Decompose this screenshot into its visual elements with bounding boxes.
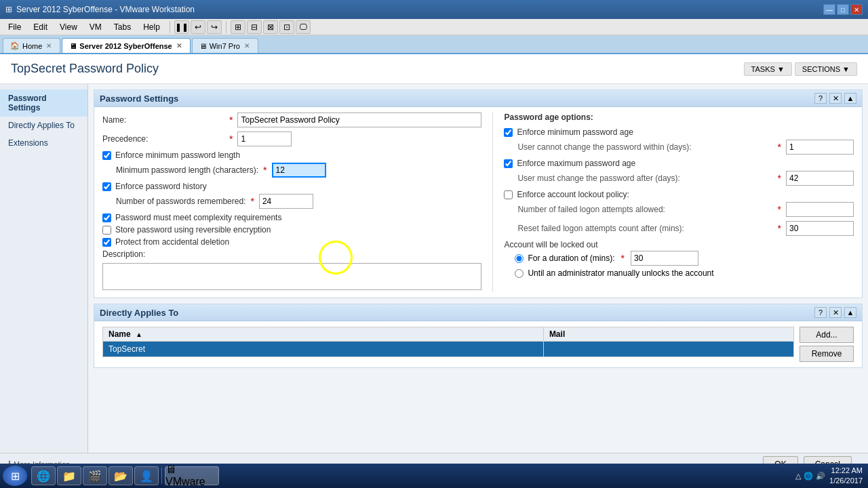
reversible-row: Store password using reversible encrypti…: [102, 225, 481, 235]
sidebar-item-password-settings[interactable]: Password Settings: [0, 89, 87, 117]
systray-volume[interactable]: 🔊: [816, 472, 825, 481]
table-row[interactable]: TopSecret: [103, 342, 794, 357]
tasks-btn[interactable]: TASKS ▼: [744, 62, 792, 76]
enforce-min-age-checkbox[interactable]: [504, 128, 513, 137]
menu-help[interactable]: Help: [138, 21, 165, 33]
history-required: *: [250, 196, 254, 207]
reversible-label[interactable]: Store password using reversible encrypti…: [115, 225, 271, 235]
max-age-row: User must change the password after (day…: [517, 171, 854, 186]
toolbar-vm1[interactable]: ⊞: [231, 20, 245, 34]
collapse-section-btn[interactable]: ▲: [844, 93, 856, 104]
protect-label[interactable]: Protect from accidental deletion: [115, 237, 229, 247]
taskbar-user[interactable]: 👤: [134, 466, 159, 485]
toolbar-vm4[interactable]: ⊡: [279, 20, 294, 34]
menu-tabs[interactable]: Tabs: [108, 21, 136, 33]
enforce-max-age-label[interactable]: Enforce maximum password age: [517, 159, 635, 168]
taskbar-ie[interactable]: 🌐: [31, 466, 56, 485]
complexity-label[interactable]: Password must meet complexity requiremen…: [115, 213, 281, 222]
directly-applies-collapse[interactable]: ▲: [844, 307, 856, 318]
enforce-max-age-checkbox[interactable]: [504, 159, 513, 168]
failed-logon-input[interactable]: [786, 202, 854, 217]
menu-edit[interactable]: Edit: [28, 21, 53, 33]
taskbar-folder[interactable]: 📂: [108, 466, 133, 485]
taskbar: ⊞ 🌐 📁 🎬 📂 👤 🖥 VMware △ 🌐 🔊 12:22 AM1/26/…: [0, 464, 868, 488]
systray-network[interactable]: 🌐: [804, 472, 813, 481]
systray-arrow[interactable]: △: [795, 472, 801, 481]
col-name[interactable]: Name ▲: [103, 327, 544, 342]
history-input[interactable]: [259, 194, 313, 209]
precedence-input[interactable]: [237, 131, 292, 146]
min-length-row: Minimum password length (characters): *: [116, 163, 481, 178]
sidebar-item-extensions[interactable]: Extensions: [0, 134, 87, 152]
taskbar-explorer[interactable]: 📁: [57, 466, 81, 485]
start-button[interactable]: ⊞: [3, 466, 27, 486]
maximize-btn[interactable]: □: [837, 4, 849, 15]
sections-btn[interactable]: SECTIONS ▼: [795, 62, 857, 76]
max-age-input[interactable]: [786, 171, 854, 186]
enforce-history-checkbox[interactable]: [102, 182, 111, 191]
complexity-checkbox[interactable]: [102, 214, 111, 222]
minimize-btn[interactable]: —: [823, 4, 835, 15]
tab-server-close[interactable]: ✕: [175, 42, 183, 49]
password-settings-body: Name: * Precedence: *: [94, 107, 862, 298]
reset-after-input[interactable]: [786, 221, 854, 236]
main-content: Password Settings Directly Applies To Ex…: [0, 84, 868, 453]
tab-home[interactable]: 🏠 Home ✕: [3, 38, 60, 53]
toolbar-redo[interactable]: ↪: [207, 20, 222, 34]
toolbar-pause[interactable]: ❚❚: [174, 20, 189, 34]
page-header: TopSecret Password Policy TASKS ▼ SECTIO…: [0, 54, 868, 84]
enforce-history-row: Enforce password history: [102, 182, 481, 191]
action-buttons: Add... Remove: [794, 327, 854, 362]
close-section-btn[interactable]: ✕: [829, 93, 842, 104]
reset-after-row: Reset failed logon attempts count after …: [517, 221, 854, 236]
menu-file[interactable]: File: [3, 21, 26, 33]
history-row: Number of passwords remembered: *: [116, 194, 481, 209]
close-btn[interactable]: ✕: [850, 4, 863, 15]
enforce-lockout-label[interactable]: Enforce account lockout policy:: [517, 190, 629, 199]
duration-required: *: [621, 253, 625, 264]
help-btn[interactable]: ?: [814, 93, 827, 104]
min-length-required: *: [263, 165, 267, 176]
protect-checkbox[interactable]: [102, 238, 111, 247]
taskbar-media[interactable]: 🎬: [83, 466, 107, 485]
directly-applies-body: Name ▲ Mail TopSecret: [94, 321, 862, 367]
remove-btn[interactable]: Remove: [800, 346, 854, 362]
reversible-checkbox[interactable]: [102, 226, 111, 235]
enforce-min-age-row: Enforce minimum password age: [504, 127, 854, 137]
enforce-history-label[interactable]: Enforce password history: [115, 182, 207, 191]
sidebar-item-directly-applies-to[interactable]: Directly Applies To: [0, 117, 87, 134]
precedence-label: Precedence:: [102, 134, 224, 144]
toolbar-display[interactable]: 🖵: [296, 20, 311, 34]
for-duration-radio[interactable]: [515, 254, 524, 263]
directly-applies-help[interactable]: ?: [814, 307, 827, 318]
duration-input[interactable]: [631, 251, 698, 266]
taskbar-clock: 12:22 AM1/26/2017: [829, 466, 863, 487]
min-age-input[interactable]: [786, 140, 854, 155]
directly-applies-close[interactable]: ✕: [829, 307, 842, 318]
menu-vm[interactable]: VM: [84, 21, 107, 33]
password-settings-header: Password Settings ? ✕ ▲: [94, 90, 862, 107]
taskbar-vmware[interactable]: 🖥 VMware: [165, 466, 219, 485]
until-admin-label[interactable]: Until an administrator manually unlocks …: [528, 268, 713, 278]
for-duration-label[interactable]: For a duration of (mins):: [528, 253, 614, 263]
enforce-min-age-label[interactable]: Enforce minimum password age: [517, 127, 633, 137]
col-mail[interactable]: Mail: [543, 327, 793, 342]
min-length-input[interactable]: [272, 163, 326, 178]
name-input[interactable]: [237, 113, 481, 127]
tab-win7-close[interactable]: ✕: [243, 42, 251, 49]
toolbar-undo[interactable]: ↩: [191, 20, 205, 34]
menu-view[interactable]: View: [54, 21, 83, 33]
enforce-lockout-row: Enforce account lockout policy:: [504, 190, 854, 199]
enforce-min-length-label[interactable]: Enforce minimum password length: [115, 150, 240, 160]
tab-home-close[interactable]: ✕: [45, 42, 53, 49]
enforce-lockout-checkbox[interactable]: [504, 190, 513, 199]
until-admin-radio[interactable]: [515, 269, 524, 278]
add-btn[interactable]: Add...: [800, 327, 854, 343]
description-input[interactable]: [102, 263, 481, 290]
toolbar-vm3[interactable]: ⊠: [263, 20, 278, 34]
tab-server2012[interactable]: 🖥 Server 2012 SyberOffense ✕: [62, 38, 190, 53]
min-age-row: User cannot change the password within (…: [517, 140, 854, 155]
enforce-min-length-checkbox[interactable]: [102, 151, 111, 160]
toolbar-vm2[interactable]: ⊟: [247, 20, 262, 34]
tab-win7[interactable]: 🖥 Win7 Pro ✕: [192, 38, 258, 53]
